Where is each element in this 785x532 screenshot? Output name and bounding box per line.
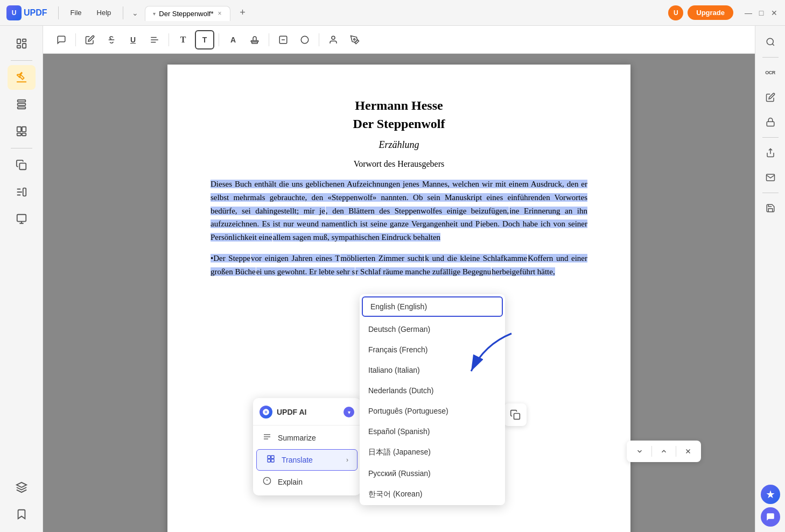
toolbar-sep-5 bbox=[319, 33, 319, 46]
sidebar-organize-icon[interactable] bbox=[8, 92, 36, 117]
pdf-subtitle: Erzählung bbox=[211, 139, 587, 151]
pdf-title-line2: Der Steppenwolf bbox=[353, 117, 445, 131]
sidebar-divider-1 bbox=[11, 60, 32, 61]
menu-file[interactable]: File bbox=[65, 6, 87, 19]
sidebar-highlight-icon[interactable] bbox=[8, 65, 36, 90]
sidebar-layers-icon[interactable] bbox=[8, 475, 36, 500]
svg-line-38 bbox=[772, 44, 774, 45]
translate-arrow: › bbox=[346, 456, 348, 464]
sidebar-merge-icon[interactable] bbox=[8, 180, 36, 204]
right-divider-3 bbox=[762, 193, 779, 193]
underline-tool[interactable]: U bbox=[123, 30, 143, 49]
stamp-tool[interactable] bbox=[245, 30, 264, 49]
sidebar-stamp-icon[interactable] bbox=[8, 207, 36, 231]
comment-tool[interactable] bbox=[52, 30, 71, 49]
right-lock-icon[interactable] bbox=[760, 111, 781, 133]
right-search-icon[interactable] bbox=[760, 31, 781, 53]
summarize-icon bbox=[262, 432, 272, 443]
tab-dropdown-arrow: ▾ bbox=[153, 11, 156, 17]
strikethrough-tool[interactable] bbox=[102, 30, 121, 49]
lang-french[interactable]: Français (French) bbox=[360, 339, 505, 360]
explain-menu-item[interactable]: Explain bbox=[253, 472, 361, 492]
bottom-action-bar bbox=[627, 441, 701, 462]
highlighted-text-2h: herbeigeführt hätte, bbox=[492, 267, 555, 276]
toolbar-sep-3 bbox=[219, 33, 219, 46]
shape-tool[interactable] bbox=[274, 30, 293, 49]
menu-help[interactable]: Help bbox=[92, 6, 117, 19]
maximize-button[interactable]: □ bbox=[757, 9, 766, 17]
pdf-paragraph2: •Der Steppe vor einigen Jahren eines T m… bbox=[211, 252, 587, 279]
svg-rect-26 bbox=[268, 456, 270, 458]
svg-rect-4 bbox=[16, 81, 26, 82]
context-menu: UPDF AI ▾ Summarize bbox=[253, 398, 361, 495]
highlighted-text-2d: k und die kleine Schlafkamme bbox=[425, 254, 527, 263]
svg-point-37 bbox=[767, 38, 773, 45]
text-box-tool[interactable]: T bbox=[195, 30, 214, 49]
minimize-button[interactable]: — bbox=[744, 9, 753, 17]
lang-english[interactable]: English (English) bbox=[362, 296, 503, 317]
person-tool[interactable] bbox=[324, 30, 343, 49]
context-dropdown-btn[interactable]: ▾ bbox=[344, 407, 354, 417]
highlighted-text-2g: r Schlaf räume manche zufällige Begegnu bbox=[355, 267, 491, 276]
pdf-title-line1: Hermann Hesse bbox=[355, 98, 443, 112]
action-close-button[interactable] bbox=[681, 444, 696, 459]
lang-spanish[interactable]: Español (Spanish) bbox=[360, 421, 505, 442]
right-ocr-icon[interactable]: OCR bbox=[760, 62, 781, 83]
summarize-label: Summarize bbox=[278, 434, 316, 442]
svg-rect-0 bbox=[17, 39, 20, 44]
translate-menu-item[interactable]: Translate › bbox=[256, 449, 358, 471]
svg-rect-17 bbox=[252, 41, 258, 43]
lang-italian[interactable]: Italiano (Italian) bbox=[360, 360, 505, 380]
sidebar-copy-icon[interactable] bbox=[8, 153, 36, 178]
lang-portuguese[interactable]: Português (Portuguese) bbox=[360, 401, 505, 421]
tab-add-button[interactable]: + bbox=[235, 5, 250, 20]
tab-close-button[interactable]: × bbox=[216, 10, 222, 17]
copy-button[interactable] bbox=[504, 403, 527, 426]
pdf-title: Hermann Hesse Der Steppenwolf bbox=[211, 97, 587, 133]
action-up-button[interactable] bbox=[656, 444, 671, 459]
upgrade-button[interactable]: Upgrade bbox=[688, 5, 733, 20]
lang-korean[interactable]: 한국어 (Korean) bbox=[360, 484, 505, 505]
sidebar-pages-icon[interactable] bbox=[8, 119, 36, 144]
pen-tool[interactable] bbox=[345, 30, 365, 49]
text-strike-tool[interactable] bbox=[145, 30, 164, 49]
circle-tool[interactable] bbox=[295, 30, 314, 49]
svg-point-20 bbox=[301, 36, 309, 44]
divider-1 bbox=[58, 6, 59, 19]
tab-title: Der Steppenwolf* bbox=[159, 10, 213, 18]
summarize-menu-item[interactable]: Summarize bbox=[253, 428, 361, 448]
svg-rect-5 bbox=[17, 100, 25, 102]
tab-nav-arrow[interactable]: ⌄ bbox=[130, 6, 141, 19]
svg-point-22 bbox=[354, 38, 355, 40]
updf-ai-button[interactable] bbox=[761, 485, 780, 504]
lang-dutch[interactable]: Nederlands (Dutch) bbox=[360, 380, 505, 401]
sidebar-thumbnail-icon[interactable] bbox=[8, 31, 36, 56]
svg-rect-3 bbox=[17, 46, 20, 48]
right-share-icon[interactable] bbox=[760, 142, 781, 164]
divider-2 bbox=[123, 6, 123, 19]
highlighted-text-2c: möblierten Zimmer sucht bbox=[340, 254, 424, 263]
action-down-button[interactable] bbox=[632, 444, 647, 459]
svg-rect-7 bbox=[17, 107, 25, 109]
right-edit-icon[interactable] bbox=[760, 87, 781, 108]
svg-rect-28 bbox=[268, 459, 270, 462]
chat-ai-button[interactable] bbox=[761, 507, 780, 527]
language-dropdown: English (English) Deutsch (German) Franç… bbox=[360, 294, 505, 505]
logo-text: UPDF bbox=[24, 8, 47, 18]
highlight-tool[interactable] bbox=[80, 30, 100, 49]
color-tool[interactable]: A bbox=[223, 30, 243, 49]
lang-russian[interactable]: Русский (Russian) bbox=[360, 463, 505, 484]
right-mail-icon[interactable] bbox=[760, 167, 781, 188]
svg-rect-11 bbox=[22, 133, 25, 136]
sidebar-bookmark-icon[interactable] bbox=[8, 502, 36, 527]
lang-japanese[interactable]: 日本語 (Japanese) bbox=[360, 442, 505, 463]
text-tool[interactable]: T bbox=[173, 30, 193, 49]
right-save-icon[interactable] bbox=[760, 197, 781, 219]
toolbar-sep-2 bbox=[169, 33, 169, 46]
svg-rect-6 bbox=[17, 103, 25, 105]
user-avatar[interactable]: U bbox=[668, 5, 683, 20]
lang-german[interactable]: Deutsch (German) bbox=[360, 319, 505, 339]
current-tab[interactable]: ▾ Der Steppenwolf* × bbox=[145, 6, 230, 21]
updf-logo[interactable]: U UPDF bbox=[6, 5, 47, 20]
close-button[interactable]: ✕ bbox=[770, 9, 779, 17]
